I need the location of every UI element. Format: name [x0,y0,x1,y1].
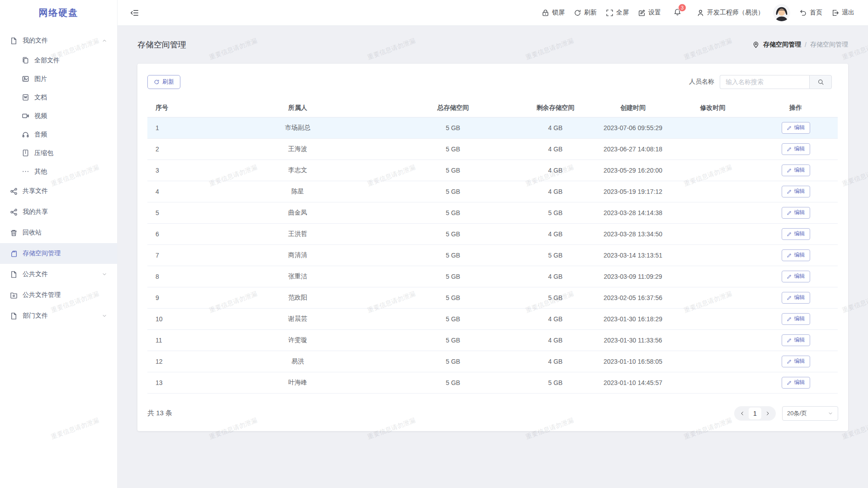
edit-button[interactable]: 编辑 [782,143,810,155]
sidebar-item-音频[interactable]: 音频 [0,125,117,144]
sidebar-item-回收站[interactable]: 回收站 [0,222,117,243]
user-menu[interactable]: 开发工程师（易洪） [697,9,764,17]
cell-total-storage: 5 GB [389,181,517,202]
logout-label: 退出 [842,9,854,17]
cell-actions: 编辑 [754,351,838,372]
cell-owner: 王海波 [206,138,389,160]
edit-button[interactable]: 编辑 [782,249,810,261]
edit-button[interactable]: 编辑 [782,186,810,197]
table-toolbar: 刷新 人员名称 [147,75,838,89]
sidebar-item-label: 视频 [34,112,107,120]
refresh-icon [574,9,581,17]
cell-index: 10 [147,308,206,329]
cell-total-storage: 5 GB [389,287,517,308]
cell-modified-time [672,160,754,181]
cell-modified-time [672,372,754,393]
sidebar-item-label: 其他 [34,168,107,176]
collapse-sidebar-icon[interactable] [130,9,139,17]
sidebar-item-视频[interactable]: 视频 [0,107,117,125]
fullscreen-button[interactable]: 全屏 [606,9,629,17]
sidebar-item-公共文件[interactable]: 公共文件 [0,264,117,285]
cell-owner: 商清清 [206,244,389,266]
search-button[interactable] [809,75,832,89]
avatar[interactable] [773,4,790,21]
sidebar-item-我的共享[interactable]: 我的共享 [0,202,117,222]
sidebar-item-全部文件[interactable]: 全部文件 [0,51,117,70]
edit-button-label: 编辑 [794,336,805,344]
edit-button[interactable]: 编辑 [782,377,810,389]
edit-button[interactable]: 编辑 [782,313,810,325]
table-row: 2王海波5 GB4 GB2023-06-27 14:08:18编辑 [147,138,838,160]
edit-icon [787,295,792,300]
edit-button[interactable]: 编辑 [782,122,810,134]
refresh-button[interactable]: 刷新 [147,75,180,89]
sidebar-item-图片[interactable]: 图片 [0,70,117,88]
chevron-down-icon [102,313,107,319]
prev-page-button[interactable] [738,409,747,418]
notifications-button[interactable]: 3 [674,8,681,17]
next-page-button[interactable] [763,409,772,418]
cell-modified-time [672,329,754,351]
cell-modified-time [672,202,754,223]
page-size-select[interactable]: 20条/页 [782,406,838,421]
edit-button-label: 编辑 [794,357,805,365]
sidebar-item-label: 存储空间管理 [23,249,107,258]
sidebar-item-公共文件管理[interactable]: 公共文件管理 [0,285,117,305]
cell-actions: 编辑 [754,266,838,287]
sidebar-item-label: 我的文件 [23,37,102,45]
sidebar-item-label: 音频 [34,131,107,139]
sidebar-item-文档[interactable]: 文档 [0,88,117,107]
lock-screen-label: 锁屏 [552,9,565,17]
cell-actions: 编辑 [754,138,838,160]
cell-created-time: 2023-07-06 09:55:29 [594,117,672,138]
sidebar-item-压缩包[interactable]: 压缩包 [0,144,117,162]
chevron-right-icon [765,411,770,416]
sidebar-item-部门文件[interactable]: 部门文件 [0,305,117,326]
edit-button[interactable]: 编辑 [782,271,810,282]
sidebar-item-label: 共享文件 [23,187,107,195]
sidebar-item-存储空间管理[interactable]: 存储空间管理 [0,243,117,264]
cell-actions: 编辑 [754,202,838,223]
edit-button[interactable]: 编辑 [782,334,810,346]
edit-icon [787,253,792,258]
edit-icon [787,274,792,279]
cell-remaining-storage: 4 GB [517,223,594,244]
cell-index: 1 [147,117,206,138]
edit-button-label: 编辑 [794,145,805,153]
current-page[interactable]: 1 [749,408,761,419]
breadcrumb-root[interactable]: 存储空间管理 [763,41,801,49]
home-label: 首页 [810,9,822,17]
table-row: 10谢晨芸5 GB4 GB2023-01-30 16:18:29编辑 [147,308,838,329]
cell-actions: 编辑 [754,181,838,202]
cell-index: 3 [147,160,206,181]
cell-total-storage: 5 GB [389,372,517,393]
sidebar-item-其他[interactable]: 其他 [0,162,117,181]
edit-button[interactable]: 编辑 [782,164,810,176]
edit-button[interactable]: 编辑 [782,228,810,240]
search-input[interactable] [720,75,809,89]
cell-remaining-storage: 5 GB [517,372,594,393]
sidebar-item-我的文件[interactable]: 我的文件 [0,30,117,51]
edit-button[interactable]: 编辑 [782,207,810,219]
table-header-row: 序号所属人总存储空间剩余存储空间创建时间修改时间操作 [147,99,838,117]
cell-created-time: 2023-05-29 16:20:00 [594,160,672,181]
edit-button-label: 编辑 [794,188,805,195]
edit-button[interactable]: 编辑 [782,292,810,304]
lock-screen-button[interactable]: 锁屏 [542,9,565,17]
user-name: 开发工程师（易洪） [707,9,764,17]
cell-index: 9 [147,287,206,308]
search-group: 人员名称 [689,75,832,89]
edit-button[interactable]: 编辑 [782,356,810,367]
logout-button[interactable]: 退出 [831,9,854,17]
user-icon [697,9,704,17]
settings-button[interactable]: 设置 [638,9,661,17]
sidebar-menu: 我的文件全部文件图片文档视频音频压缩包其他共享文件我的共享回收站存储空间管理公共… [0,26,117,326]
refresh-button[interactable]: 刷新 [574,9,597,17]
sidebar-item-共享文件[interactable]: 共享文件 [0,181,117,202]
edit-icon [787,338,792,343]
cell-owner: 市场副总 [206,117,389,138]
table-row: 4陈星5 GB4 GB2023-05-19 19:17:12编辑 [147,181,838,202]
cell-owner: 叶海峰 [206,372,389,393]
edit-icon [787,189,792,194]
home-button[interactable]: 首页 [799,9,822,17]
